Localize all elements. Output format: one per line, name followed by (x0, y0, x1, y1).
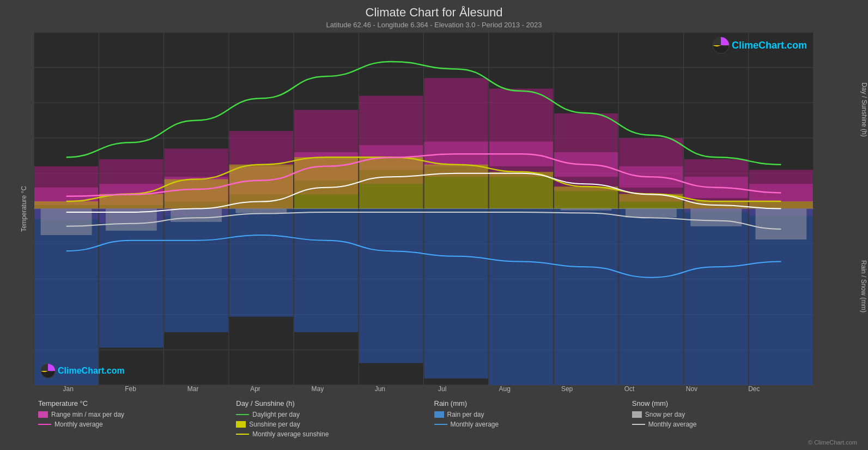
brand-icon-bottom (40, 363, 56, 379)
x-axis: Jan Feb Mar Apr May Jun Jul Aug Sep Oct … (37, 385, 785, 393)
legend-sunshine: Day / Sunshine (h) Daylight per day Suns… (236, 399, 434, 438)
brand-logo-top: ClimeChart.com (712, 37, 807, 54)
svg-rect-84 (165, 209, 228, 332)
sunshine-avg-line (236, 434, 249, 435)
legend-rain-swatch: Rain per day (434, 411, 632, 418)
svg-rect-89 (489, 209, 553, 386)
copyright: © ClimeChart.com (5, 439, 863, 446)
snow-avg-line (632, 424, 645, 425)
rain-label: Rain / Snow (mm) (860, 260, 867, 313)
daylight-line (236, 414, 249, 415)
chart-header: Climate Chart for Ålesund Latitude 62.46… (5, 5, 863, 29)
svg-rect-97 (235, 209, 287, 213)
legend-sunshine-avg-label: Monthly average sunshine (252, 430, 329, 438)
brand-text-top: ClimeChart.com (732, 40, 807, 51)
x-label-dec: Dec (723, 385, 785, 393)
x-label-nov: Nov (660, 385, 723, 393)
legend-temp-title: Temperature °C (38, 399, 236, 407)
legend-rain-avg: Monthly average (434, 421, 632, 428)
temp-range-swatch (38, 411, 48, 418)
svg-rect-87 (359, 209, 423, 363)
x-label-sep: Sep (536, 385, 598, 393)
legend-sunshine-avg: Monthly average sunshine (236, 430, 434, 438)
sunshine-swatch (236, 421, 246, 428)
svg-rect-76 (424, 165, 488, 209)
x-label-jun: Jun (349, 385, 411, 393)
legend-temp-range-label: Range min / max per day (51, 411, 124, 418)
svg-rect-85 (229, 209, 293, 317)
legend-snow-title: Snow (mm) (632, 399, 830, 407)
x-label-apr: Apr (224, 385, 286, 393)
legend-daylight: Daylight per day (236, 411, 434, 418)
legend-snow: Snow (mm) Snow per day Monthly average (632, 399, 830, 438)
svg-rect-101 (755, 209, 806, 240)
legend-rain-avg-label: Monthly average (451, 421, 499, 428)
svg-rect-62 (554, 113, 618, 191)
svg-rect-90 (554, 209, 618, 386)
chart-main: 50403020100-10-20-30-40-5024181260010203… (34, 32, 814, 385)
legend-rain: Rain (mm) Rain per day Monthly average (434, 399, 632, 438)
x-label-jan: Jan (37, 385, 99, 393)
svg-rect-88 (424, 209, 488, 379)
x-label-aug: Aug (474, 385, 536, 393)
chart-title: Climate Chart for Ålesund (5, 5, 863, 20)
svg-rect-92 (684, 209, 748, 386)
svg-rect-91 (619, 209, 683, 386)
chart-subtitle: Latitude 62.46 - Longitude 6.364 - Eleva… (5, 21, 863, 29)
svg-rect-86 (294, 209, 358, 332)
svg-rect-99 (626, 209, 677, 218)
x-label-jul: Jul (411, 385, 474, 393)
brand-icon-top (712, 37, 730, 54)
rain-avg-line (434, 424, 447, 425)
svg-rect-100 (690, 209, 742, 226)
legend-snow-avg-label: Monthly average (648, 421, 697, 428)
sunshine-label: Day / Sunshine (h) (860, 83, 867, 137)
x-label-oct: Oct (598, 385, 660, 393)
legend-rain-label: Rain per day (447, 411, 484, 418)
legend-daylight-label: Daylight per day (252, 411, 300, 418)
legend-temp-avg-label: Monthly average (54, 421, 103, 428)
x-label-feb: Feb (99, 385, 161, 393)
x-label-mar: Mar (162, 385, 224, 393)
chart-area: Temperature °C 50403020100-10-20-30-40-5… (5, 32, 863, 385)
brand-text-bottom: ClimeChart.com (58, 366, 125, 376)
brand-logo-bottom: ClimeChart.com (40, 363, 125, 379)
legend-temp-range: Range min / max per day (38, 411, 236, 418)
legend-temperature: Temperature °C Range min / max per day M… (38, 399, 236, 438)
svg-rect-98 (561, 209, 612, 211)
svg-rect-78 (554, 187, 618, 208)
temp-avg-line (38, 424, 51, 425)
legend-sunshine-label: Sunshine per day (249, 421, 300, 428)
legend-snow-swatch: Snow per day (632, 411, 830, 418)
legend-snow-label: Snow per day (645, 411, 685, 418)
legend-sunshine-title: Day / Sunshine (h) (236, 399, 434, 407)
legend-rain-title: Rain (mm) (434, 399, 632, 407)
y-axis-left: Temperature °C (5, 32, 34, 385)
rain-swatch (434, 411, 444, 418)
svg-rect-72 (165, 179, 228, 209)
svg-rect-70 (34, 201, 98, 208)
page-container: Climate Chart for Ålesund Latitude 62.46… (0, 0, 868, 450)
legend-area: Temperature °C Range min / max per day M… (5, 395, 863, 438)
x-label-may: May (287, 385, 349, 393)
legend-temp-avg: Monthly average (38, 421, 236, 428)
snow-swatch (632, 411, 642, 418)
svg-rect-75 (359, 157, 423, 208)
y-axis-right: Day / Sunshine (h) Rain / Snow (mm) (814, 32, 863, 385)
legend-snow-avg: Monthly average (632, 421, 830, 428)
legend-sunshine-swatch: Sunshine per day (236, 421, 434, 428)
svg-rect-77 (489, 172, 553, 208)
svg-rect-96 (171, 209, 222, 222)
